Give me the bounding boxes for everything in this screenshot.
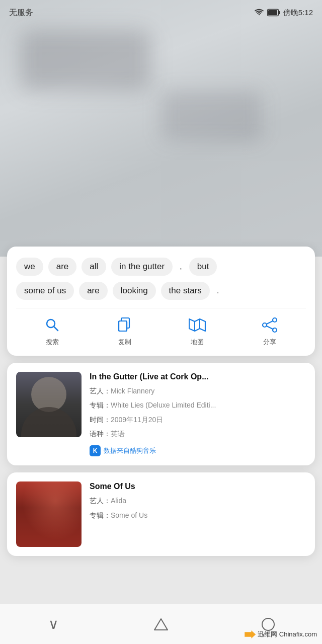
word-row-1: we are all in the gutter , but <box>16 258 306 276</box>
album-art-1 <box>16 372 82 437</box>
source-badge-1: K 数据来自酷狗音乐 <box>90 445 306 456</box>
word-chip-but[interactable]: but <box>189 258 217 276</box>
svg-rect-6 <box>119 321 127 331</box>
music-info-1: In the Gutter (Live at Cork Op... 艺人：Mic… <box>90 372 306 456</box>
share-action-label: 分享 <box>263 338 276 347</box>
person-silhouette-1 <box>16 372 82 437</box>
music-album-1: 专辑：White Lies (Deluxe Limited Editi... <box>90 399 306 411</box>
music-card-1[interactable]: In the Gutter (Live at Cork Op... 艺人：Mic… <box>7 363 315 465</box>
back-button[interactable]: ∨ <box>39 612 69 637</box>
share-action-button[interactable]: 分享 <box>260 315 279 347</box>
svg-point-13 <box>263 323 267 327</box>
search-action-label: 搜索 <box>46 338 59 347</box>
music-artist-2: 艺人：Alida <box>90 495 306 506</box>
music-album-2: 专辑：Some of Us <box>90 510 306 521</box>
svg-line-15 <box>267 326 273 329</box>
svg-point-11 <box>273 318 277 322</box>
word-chip-all[interactable]: all <box>82 258 106 276</box>
word-chip-are2[interactable]: are <box>79 282 108 300</box>
wifi-icon <box>254 9 264 17</box>
home-circle-icon <box>261 617 275 631</box>
svg-line-14 <box>267 321 273 324</box>
copy-action-label: 复制 <box>118 338 131 347</box>
triangle-button[interactable] <box>146 612 176 637</box>
copy-action-button[interactable]: 复制 <box>115 315 134 347</box>
back-nav-icon <box>154 618 168 630</box>
music-lang-1: 语种：英语 <box>90 428 306 439</box>
time-label: 傍晚5:12 <box>283 8 313 18</box>
no-service-label: 无服务 <box>9 8 33 18</box>
kugou-icon: K <box>90 445 101 456</box>
music-title-1: In the Gutter (Live at Cork Op... <box>90 372 306 382</box>
svg-marker-16 <box>154 619 168 630</box>
word-chip-looking[interactable]: looking <box>113 282 156 300</box>
background-blur <box>0 0 322 257</box>
word-chip-we[interactable]: we <box>16 258 43 276</box>
search-action-button[interactable]: 搜索 <box>43 315 62 347</box>
watermark-text: 迅维网 Chinafix.com <box>258 630 317 639</box>
selection-card: we are all in the gutter , but some of u… <box>7 247 315 356</box>
music-card-2[interactable]: Some Of Us 艺人：Alida 专辑：Some of Us <box>7 472 315 556</box>
album-art-2 <box>16 481 82 547</box>
svg-rect-2 <box>279 11 280 14</box>
word-chip-some-of-us[interactable]: some of us <box>16 282 74 300</box>
status-bar: 无服务 傍晚5:12 <box>0 0 322 25</box>
woman-silhouette <box>16 481 82 547</box>
music-artist-1: 艺人：Mick Flannery <box>90 385 306 396</box>
map-action-label: 地图 <box>191 338 204 347</box>
map-icon <box>188 315 207 335</box>
copy-icon <box>115 315 134 335</box>
battery-icon <box>267 9 280 17</box>
watermark-arrow-icon <box>245 630 256 638</box>
action-row: 搜索 复制 <box>16 308 306 347</box>
status-right: 傍晚5:12 <box>254 8 313 18</box>
music-info-2: Some Of Us 艺人：Alida 专辑：Some of Us <box>90 481 306 521</box>
share-icon <box>260 315 279 335</box>
music-title-2: Some Of Us <box>90 481 306 492</box>
source-text-1: 数据来自酷狗音乐 <box>104 446 156 455</box>
music-time-1: 时间：2009年11月20日 <box>90 414 306 425</box>
word-chip-comma: , <box>178 258 184 276</box>
word-chip-period: . <box>215 282 221 300</box>
main-content: we are all in the gutter , but some of u… <box>0 247 322 606</box>
word-chip-in-the-gutter[interactable]: in the gutter <box>111 258 173 276</box>
word-chip-the-stars[interactable]: the stars <box>161 282 210 300</box>
watermark: 迅维网 Chinafix.com <box>245 630 317 639</box>
word-row-2: some of us are looking the stars . <box>16 282 306 300</box>
svg-point-12 <box>273 328 277 332</box>
svg-line-4 <box>54 327 58 331</box>
map-action-button[interactable]: 地图 <box>188 315 207 347</box>
svg-point-17 <box>262 618 274 630</box>
svg-rect-1 <box>268 10 277 15</box>
search-icon <box>43 315 62 335</box>
svg-marker-8 <box>189 319 205 331</box>
chevron-down-icon: ∨ <box>48 616 59 632</box>
word-chip-are1[interactable]: are <box>48 258 77 276</box>
